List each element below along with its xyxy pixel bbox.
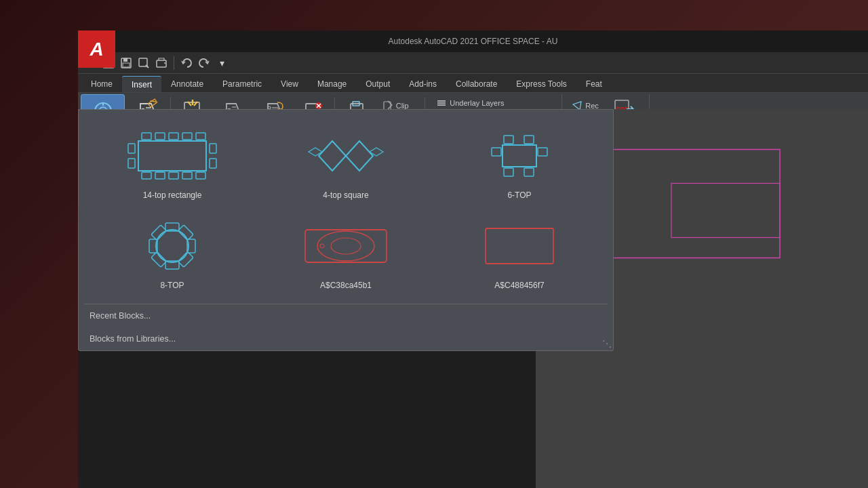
svg-rect-42 xyxy=(437,104,446,106)
svg-rect-59 xyxy=(196,172,205,179)
tab-addins[interactable]: Add-ins xyxy=(399,76,446,92)
library-blocks-label: Blocks from Libraries... xyxy=(90,334,176,344)
block-dropdown-panel: 14-top rectangle 4-top square xyxy=(78,109,614,351)
svg-rect-57 xyxy=(169,172,178,179)
svg-rect-68 xyxy=(502,145,536,167)
plot-btn[interactable] xyxy=(154,56,169,70)
svg-point-85 xyxy=(317,231,374,261)
svg-rect-2 xyxy=(123,58,127,62)
tab-manage[interactable]: Manage xyxy=(308,76,356,92)
svg-rect-63 xyxy=(210,159,216,168)
tab-parametric[interactable]: Parametric xyxy=(213,76,271,92)
block-grid: 14-top rectangle 4-top square xyxy=(79,110,613,304)
block-preview-14-top-rect xyxy=(118,123,226,188)
svg-rect-88 xyxy=(486,228,553,264)
block-item-4-top-square[interactable]: 4-top square xyxy=(260,118,431,205)
autocad-logo[interactable]: A xyxy=(78,30,115,68)
svg-rect-69 xyxy=(504,136,513,144)
tab-insert[interactable]: Insert xyxy=(122,76,161,92)
svg-line-5 xyxy=(146,65,149,68)
title-bar: Autodesk AutoCAD 2021 OFFICE SPACE - AU xyxy=(78,30,868,52)
svg-rect-62 xyxy=(210,144,216,153)
block-preview-ac488 xyxy=(465,214,574,278)
block-item-14-top-rect[interactable]: 14-top rectangle xyxy=(87,118,258,205)
tab-annotate[interactable]: Annotate xyxy=(161,76,213,92)
quick-access-dropdown[interactable]: ▾ xyxy=(214,56,229,70)
svg-rect-51 xyxy=(155,133,165,140)
svg-rect-70 xyxy=(524,136,534,144)
library-blocks-link[interactable]: Blocks from Libraries... xyxy=(79,327,613,350)
resize-handle[interactable]: ⋱ xyxy=(602,338,612,349)
save-as-btn[interactable] xyxy=(136,56,151,70)
tab-home[interactable]: Home xyxy=(81,76,122,92)
svg-rect-3 xyxy=(123,63,130,67)
svg-rect-77 xyxy=(178,224,193,240)
svg-rect-54 xyxy=(196,133,205,140)
svg-rect-56 xyxy=(155,172,165,179)
svg-rect-74 xyxy=(538,148,547,156)
svg-point-7 xyxy=(164,62,165,64)
svg-rect-50 xyxy=(142,133,151,140)
svg-point-86 xyxy=(331,238,361,254)
svg-rect-6 xyxy=(157,60,166,67)
svg-rect-58 xyxy=(182,172,192,179)
block-item-8-top[interactable]: 8-TOP xyxy=(87,208,258,296)
save-btn[interactable] xyxy=(119,56,134,70)
tab-bar: Home Insert Annotate Parametric View Man… xyxy=(78,74,868,93)
block-name-14-top-rect: 14-top rectangle xyxy=(143,190,202,200)
block-name-8-top: 8-TOP xyxy=(160,281,184,290)
svg-rect-79 xyxy=(178,251,193,267)
tab-collaborate[interactable]: Collaborate xyxy=(446,76,507,92)
main-window: Autodesk AutoCAD 2021 OFFICE SPACE - AU … xyxy=(78,30,868,488)
block-preview-4-top-square xyxy=(292,123,400,188)
tab-view[interactable]: View xyxy=(271,76,308,92)
tab-express[interactable]: Express Tools xyxy=(507,76,576,92)
svg-rect-55 xyxy=(142,172,151,179)
svg-rect-40 xyxy=(437,100,446,102)
svg-rect-49 xyxy=(138,141,206,171)
block-item-6-top[interactable]: 6-TOP xyxy=(434,118,605,205)
svg-marker-65 xyxy=(346,141,373,171)
title-text: Autodesk AutoCAD 2021 OFFICE SPACE - AU xyxy=(389,37,558,46)
svg-rect-83 xyxy=(151,224,167,240)
svg-rect-52 xyxy=(169,133,178,140)
block-name-4-top-square: 4-top square xyxy=(323,190,368,200)
svg-rect-89 xyxy=(590,150,780,258)
undo-btn[interactable] xyxy=(179,56,194,70)
underlay-layers-label: Underlay Layers xyxy=(450,99,504,107)
block-preview-ac38 xyxy=(292,214,400,278)
svg-point-75 xyxy=(156,230,189,262)
block-name-ac38: A$C38ca45b1 xyxy=(320,281,372,290)
block-preview-8-top xyxy=(118,214,226,278)
underlay-layers-button[interactable]: Underlay Layers xyxy=(432,96,556,110)
redo-btn[interactable] xyxy=(197,56,212,70)
svg-rect-53 xyxy=(182,133,192,140)
tab-feat[interactable]: Feat xyxy=(576,76,612,92)
svg-rect-61 xyxy=(128,159,135,168)
block-item-ac488[interactable]: A$C488456f7 xyxy=(434,208,605,296)
svg-rect-60 xyxy=(128,144,135,153)
block-preview-6-top xyxy=(465,123,574,188)
block-item-ac38[interactable]: A$C38ca45b1 xyxy=(260,208,431,296)
svg-rect-73 xyxy=(492,148,501,156)
svg-rect-72 xyxy=(524,168,534,176)
svg-rect-41 xyxy=(437,102,446,104)
svg-rect-71 xyxy=(504,168,513,176)
svg-rect-90 xyxy=(671,184,780,238)
underlay-layers-icon xyxy=(436,98,447,108)
svg-rect-81 xyxy=(151,251,167,267)
recent-blocks-link[interactable]: Recent Blocks... xyxy=(79,304,613,327)
tab-output[interactable]: Output xyxy=(356,76,399,92)
recent-blocks-label: Recent Blocks... xyxy=(90,311,151,321)
block-name-ac488: A$C488456f7 xyxy=(494,281,544,290)
svg-point-87 xyxy=(320,244,324,248)
svg-marker-64 xyxy=(319,141,346,171)
block-name-6-top: 6-TOP xyxy=(507,190,531,200)
